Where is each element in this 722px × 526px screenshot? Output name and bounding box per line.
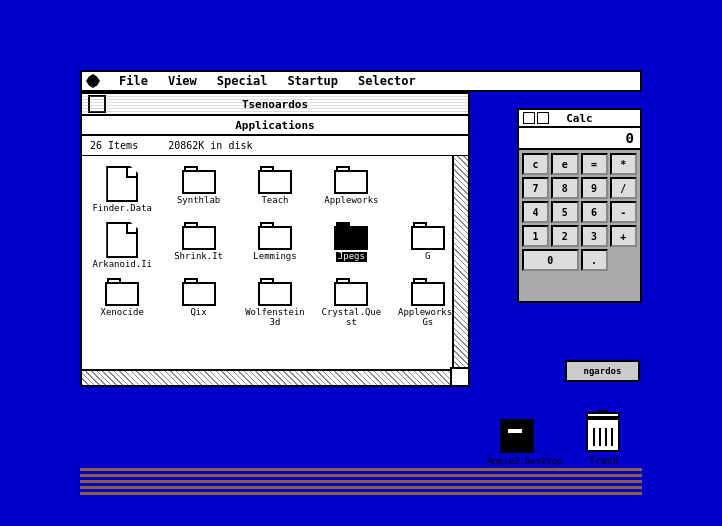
- calc-btn-3[interactable]: 3: [581, 225, 608, 247]
- folder-icon: [411, 278, 445, 306]
- calc-display-value: 0: [626, 130, 634, 146]
- calc-button-grid: c e = * 7 8 9 / 4 5 6 - 1 2 3 + 0 .: [519, 150, 640, 274]
- list-item[interactable]: Jpegs: [315, 220, 387, 272]
- small-window: ngardos: [565, 360, 640, 382]
- menu-startup[interactable]: Startup: [284, 73, 341, 89]
- file-label: Appleworks.Gs: [398, 308, 458, 328]
- folder-icon: [182, 278, 216, 306]
- calc-btn-4[interactable]: 4: [522, 201, 549, 223]
- file-grid: Finder.Data Synthlab Teach: [82, 156, 468, 338]
- folder-icon-black: [334, 222, 368, 250]
- menu-bar: File View Special Startup Selector: [80, 70, 642, 92]
- window-info-bar: 26 Items 20862K in disk: [82, 136, 468, 156]
- calc-btn-8[interactable]: 8: [551, 177, 578, 199]
- list-item[interactable]: Crystal.Quest: [315, 276, 387, 330]
- file-label: Lemmings: [253, 252, 296, 262]
- file-label: Jpegs: [336, 252, 367, 262]
- folder-icon: [182, 222, 216, 250]
- menu-file[interactable]: File: [116, 73, 151, 89]
- list-item[interactable]: Appleworks: [315, 164, 387, 216]
- file-label: Crystal.Quest: [321, 308, 381, 328]
- file-label: Qix: [190, 308, 206, 318]
- file-label: Synthlab: [177, 196, 220, 206]
- desktop: File View Special Startup Selector Tseno…: [0, 0, 722, 526]
- file-label: G: [425, 252, 430, 262]
- file-label: Shrink.It: [174, 252, 223, 262]
- list-item[interactable]: Teach: [239, 164, 311, 216]
- window-title-bar: Tsenoardos: [82, 94, 468, 116]
- list-item[interactable]: Synthlab: [162, 164, 234, 216]
- calc-btn-7[interactable]: 7: [522, 177, 549, 199]
- calc-btn-c[interactable]: c: [522, 153, 549, 175]
- calc-close-icon[interactable]: [523, 112, 535, 124]
- calc-btn-6[interactable]: 6: [581, 201, 608, 223]
- calc-btn-e[interactable]: e: [551, 153, 578, 175]
- file-label: Appleworks: [324, 196, 378, 206]
- calc-btn-minus[interactable]: -: [610, 201, 637, 223]
- calc-btn-2[interactable]: 2: [551, 225, 578, 247]
- bottom-stripe: [80, 468, 642, 496]
- calc-btn-9[interactable]: 9: [581, 177, 608, 199]
- calc-btn-5[interactable]: 5: [551, 201, 578, 223]
- folder-icon: [258, 278, 292, 306]
- calc-zoom-icon[interactable]: [537, 112, 549, 124]
- disk-container[interactable]: Apple2.Desktop: [487, 419, 547, 466]
- disk-label: Apple2.Desktop: [487, 456, 547, 466]
- folder-icon: [334, 166, 368, 194]
- calc-btn-decimal[interactable]: .: [581, 249, 608, 271]
- items-count: 26 Items: [90, 140, 138, 151]
- vertical-scrollbar[interactable]: [452, 156, 468, 385]
- window-subtitle: Applications: [82, 116, 468, 136]
- calc-btn-equals[interactable]: =: [581, 153, 608, 175]
- calc-window: Calc 0 c e = * 7 8 9 / 4 5 6 - 1 2 3 + 0…: [517, 108, 642, 303]
- document-icon: [106, 222, 138, 258]
- window-title: Tsenoardos: [242, 98, 308, 111]
- folder-icon: [258, 166, 292, 194]
- menu-view[interactable]: View: [165, 73, 200, 89]
- file-label: Finder.Data: [92, 204, 152, 214]
- calc-btn-multiply[interactable]: *: [610, 153, 637, 175]
- folder-icon: [105, 278, 139, 306]
- menu-special[interactable]: Special: [214, 73, 271, 89]
- list-item[interactable]: Lemmings: [239, 220, 311, 272]
- folder-icon: [182, 166, 216, 194]
- list-item[interactable]: Finder.Data: [86, 164, 158, 216]
- menu-selector[interactable]: Selector: [355, 73, 419, 89]
- list-item[interactable]: Qix: [162, 276, 234, 330]
- folder-icon: [411, 222, 445, 250]
- trash-icon: [586, 410, 622, 452]
- calc-btn-1[interactable]: 1: [522, 225, 549, 247]
- small-window-label: ngardos: [584, 366, 622, 376]
- document-icon: [106, 166, 138, 202]
- calc-display: 0: [519, 128, 640, 150]
- horizontal-scrollbar[interactable]: [82, 369, 452, 385]
- disk-icon: [500, 419, 534, 453]
- trash-container[interactable]: Trash: [586, 410, 622, 466]
- file-label: Xenocide: [101, 308, 144, 318]
- list-item[interactable]: Wolfenstein3d: [239, 276, 311, 330]
- list-item[interactable]: Shrink.It: [162, 220, 234, 272]
- calc-window-controls: [523, 112, 549, 124]
- apple-icon[interactable]: [86, 74, 100, 88]
- trash-label: Trash: [589, 455, 619, 466]
- file-label: Arkanoid.Ii: [92, 260, 152, 270]
- folder-icon: [258, 222, 292, 250]
- folder-icon: [334, 278, 368, 306]
- file-label: Teach: [261, 196, 288, 206]
- file-label: Wolfenstein3d: [245, 308, 305, 328]
- window-subtitle-text: Applications: [235, 119, 314, 132]
- finder-window: Tsenoardos Applications 26 Items 20862K …: [80, 92, 470, 387]
- calc-btn-plus[interactable]: +: [610, 225, 637, 247]
- calc-btn-0[interactable]: 0: [522, 249, 579, 271]
- calc-title-bar: Calc: [519, 110, 640, 128]
- disk-space: 20862K in disk: [168, 140, 252, 151]
- calc-btn-divide[interactable]: /: [610, 177, 637, 199]
- calc-title: Calc: [566, 112, 593, 125]
- list-item[interactable]: Arkanoid.Ii: [86, 220, 158, 272]
- list-item[interactable]: Xenocide: [86, 276, 158, 330]
